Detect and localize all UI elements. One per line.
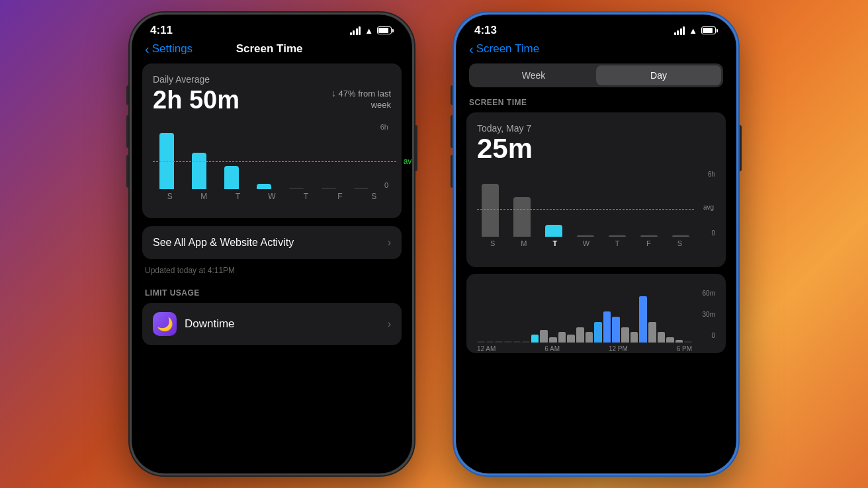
downtime-left: 🌙 Downtime	[153, 312, 235, 336]
right-day-labels: S M T W T F S	[477, 237, 715, 247]
x-label-6pm: 6 PM	[677, 345, 692, 352]
right-back-chevron-icon: ‹	[469, 42, 474, 56]
chart-bars-area	[153, 123, 375, 189]
bottom-bar-5	[522, 341, 530, 343]
percent-text: 47% from last week	[339, 89, 391, 110]
bottom-y-30m: 30m	[694, 311, 715, 318]
bottom-bar-20	[658, 332, 666, 343]
bottom-bar-21	[666, 337, 674, 343]
bottom-x-labels: 12 AM 6 AM 12 PM 6 PM	[477, 343, 715, 352]
segment-day[interactable]: Day	[596, 65, 721, 85]
bottom-bar-8	[549, 337, 557, 343]
battery-icon	[377, 26, 394, 34]
right-bar-m	[509, 197, 535, 237]
y-label-top: 6h	[375, 123, 388, 131]
right-bar-t1	[541, 225, 567, 237]
chart-y-labels: 6h 0	[375, 123, 391, 189]
signal-icon	[350, 26, 361, 35]
right-y-labels: 6h 0	[695, 171, 715, 237]
right-battery-icon	[701, 26, 718, 34]
bottom-bar-18	[639, 296, 647, 343]
day-t2: T	[289, 192, 323, 201]
right-chart: avg 6h 0 S M T W T F S	[477, 171, 715, 257]
avg-line: avg	[153, 161, 396, 162]
downtime-row[interactable]: 🌙 Downtime ›	[142, 303, 402, 345]
bar-monday	[188, 153, 210, 189]
screen-time-card[interactable]: Today, May 7 25m	[466, 112, 726, 267]
bottom-bar-13	[594, 322, 602, 343]
bottom-bar-9	[558, 332, 566, 343]
status-time: 4:11	[150, 24, 173, 37]
left-phone-frame: 4:11 ▲	[130, 13, 414, 475]
bottom-bar-11	[576, 327, 584, 343]
right-power-button	[738, 125, 742, 171]
percent-change: ↓ 47% from last week	[312, 87, 391, 111]
bar-saturday	[351, 188, 372, 189]
right-phone-screen: 4:13 ▲	[456, 15, 736, 473]
left-phone: 4:11 ▲	[130, 13, 414, 475]
day-m: M	[187, 192, 220, 201]
right-signal-icon	[674, 26, 685, 35]
back-button[interactable]: ‹ Settings	[145, 42, 193, 56]
bottom-bar-10	[567, 335, 575, 343]
status-icons: ▲	[350, 26, 394, 36]
bottom-bar-17	[630, 332, 638, 343]
right-avg-line	[477, 209, 694, 210]
page-title: Screen Time	[193, 42, 346, 56]
right-bar-s2	[668, 235, 694, 237]
right-day-m: M	[508, 239, 539, 247]
bottom-y-0: 0	[694, 332, 715, 339]
avg-label: avg	[404, 157, 412, 166]
segment-week[interactable]: Week	[471, 65, 596, 85]
right-wifi-icon: ▲	[689, 26, 697, 36]
right-day-f: F	[633, 239, 664, 247]
right-phone: 4:13 ▲	[454, 13, 738, 475]
right-bar-s1	[477, 184, 503, 237]
bottom-y-labels: 60m 30m 0	[694, 290, 715, 339]
bar-tuesday	[220, 166, 242, 189]
bottom-bar-14	[603, 311, 611, 343]
right-day-s2: S	[664, 239, 695, 247]
weekly-chart: avg 6h 0 S M T W	[153, 123, 391, 202]
bottom-bar-0	[477, 341, 485, 343]
day-s2: S	[357, 192, 391, 201]
day-t1: T	[221, 192, 255, 201]
bottom-bar-12	[586, 332, 593, 343]
bottom-chart-card: 12 AM 6 AM 12 PM 6 PM 60m 30m 0	[466, 274, 726, 353]
y-label-bottom: 0	[375, 181, 388, 189]
right-back-label: Screen Time	[476, 42, 539, 56]
right-y-bottom: 0	[695, 229, 715, 237]
right-phone-frame: 4:13 ▲	[454, 13, 738, 475]
day-w: W	[255, 192, 288, 201]
right-day-t2: T	[602, 239, 633, 247]
bottom-bar-1	[486, 341, 494, 343]
back-label: Settings	[152, 42, 193, 56]
bottom-bar-7	[540, 330, 548, 343]
wifi-icon: ▲	[365, 26, 373, 36]
bottom-bar-22	[675, 340, 683, 343]
bottom-chart-bars	[477, 290, 715, 343]
chevron-right-icon: ›	[388, 237, 391, 249]
nav-bar: ‹ Settings Screen Time	[132, 42, 412, 63]
right-nav-bar: ‹ Screen Time	[456, 42, 736, 63]
status-bar: 4:11 ▲	[132, 15, 412, 42]
big-time: 2h 50m	[153, 87, 239, 112]
stats-card[interactable]: Daily Average 2h 50m ↓ 47% from last wee…	[142, 63, 402, 218]
stats-header: 2h 50m ↓ 47% from last week	[153, 87, 391, 112]
right-status-bar: 4:13 ▲	[456, 15, 736, 42]
right-status-icons: ▲	[674, 26, 718, 36]
bottom-bar-16	[621, 327, 629, 343]
right-bar-f	[636, 235, 662, 237]
bar-friday	[318, 188, 340, 189]
bottom-bar-23	[684, 341, 692, 343]
right-back-button[interactable]: ‹ Screen Time	[469, 42, 539, 56]
segment-control[interactable]: Week Day	[469, 63, 723, 87]
arrow-icon: ↓	[331, 88, 336, 99]
x-label-6am: 6 AM	[544, 345, 560, 352]
see-all-activity-row[interactable]: See All App & Website Activity ›	[142, 226, 402, 259]
bar-wednesday	[253, 184, 275, 189]
x-label-12am: 12 AM	[477, 345, 496, 352]
right-bar-w	[572, 235, 599, 237]
bottom-bar-6	[531, 335, 539, 343]
right-day-s1: S	[477, 239, 508, 247]
